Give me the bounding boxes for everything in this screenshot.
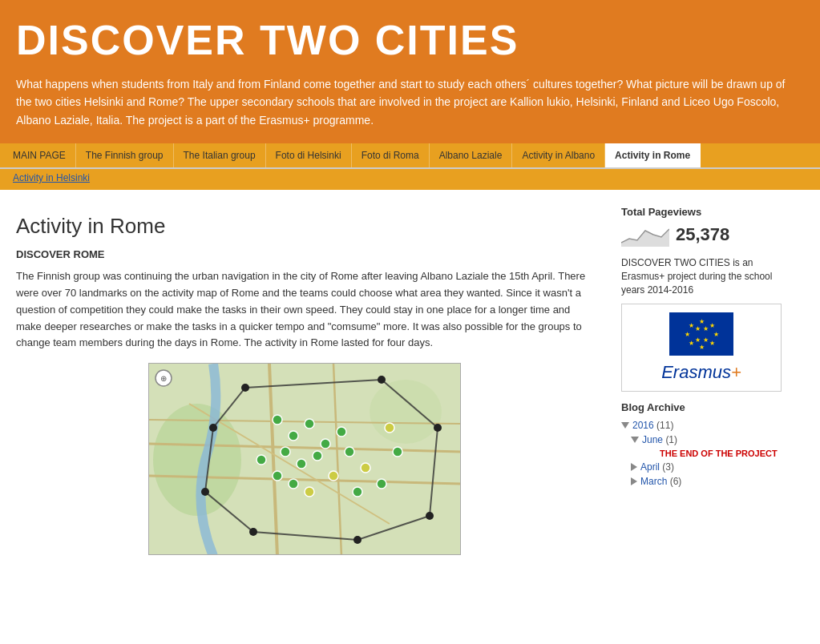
svg-point-24: [257, 455, 266, 465]
svg-point-30: [378, 376, 386, 384]
svg-point-34: [249, 528, 257, 536]
archive-april-count: (3): [662, 461, 674, 473]
svg-point-12: [305, 419, 314, 429]
svg-text:★: ★: [689, 340, 694, 347]
svg-point-13: [321, 439, 330, 449]
nav-row2: Activity in Helsinki: [0, 169, 820, 190]
content-body: The Finnish group was continuing the urb…: [16, 268, 593, 352]
svg-point-14: [337, 427, 346, 437]
content-area: Activity in Rome DISCOVER ROME The Finni…: [0, 198, 609, 579]
map-background: ⊕: [149, 364, 460, 554]
svg-point-10: [273, 415, 282, 425]
main-layout: Activity in Rome DISCOVER ROME The Finni…: [0, 190, 820, 587]
site-title: DISCOVER TWO CITIES: [16, 16, 804, 64]
nav-foto-roma[interactable]: Foto di Roma: [352, 143, 430, 167]
archive-post-link[interactable]: THE END OF THE PROJECT: [640, 447, 782, 460]
archive-year-link[interactable]: 2016: [632, 420, 654, 431]
svg-text:★: ★: [713, 331, 719, 338]
erasmus-box: ★ ★ ★ ★ ★ ★ ★ ★ ★ ★ ★ ★ Erasmus+: [621, 304, 782, 392]
archive-june-count: (1): [665, 434, 677, 445]
svg-text:★: ★: [699, 344, 705, 351]
svg-marker-39: [621, 229, 669, 247]
page-title: Activity in Rome: [16, 214, 593, 239]
svg-point-16: [297, 459, 306, 469]
svg-point-18: [345, 447, 354, 457]
archive-month-march[interactable]: March (6): [621, 474, 782, 489]
pageviews-row: 25,378: [621, 223, 782, 247]
nav-activity-helsinki[interactable]: Activity in Helsinki: [3, 169, 99, 187]
nav-finnish-group[interactable]: The Finnish group: [76, 143, 174, 167]
svg-point-35: [201, 488, 209, 496]
svg-text:★: ★: [689, 322, 694, 329]
svg-text:★: ★: [695, 325, 701, 332]
triangle-down-icon: [621, 422, 629, 429]
svg-text:★: ★: [703, 336, 709, 344]
map-svg: ⊕: [149, 364, 461, 555]
nav-activity-albano[interactable]: Activity in Albano: [512, 143, 605, 167]
sidebar: Total Pageviews 25,378 DISCOVER TWO CITI…: [609, 198, 794, 579]
nav-main-page[interactable]: MAIN PAGE: [3, 143, 76, 167]
archive-june-post: THE END OF THE PROJECT: [621, 447, 782, 460]
eu-flag-svg: ★ ★ ★ ★ ★ ★ ★ ★ ★ ★ ★ ★: [669, 312, 733, 356]
svg-text:★: ★: [695, 336, 701, 344]
svg-text:★: ★: [703, 325, 709, 332]
svg-point-11: [289, 431, 298, 441]
svg-text:⊕: ⊕: [160, 374, 167, 383]
pageviews-label: Total Pageviews: [621, 206, 782, 218]
svg-point-17: [313, 451, 322, 461]
archive-march-count: (6): [670, 476, 682, 487]
svg-text:★: ★: [709, 322, 715, 329]
svg-point-23: [273, 471, 282, 481]
archive-year-2016[interactable]: 2016 (11): [621, 418, 782, 433]
svg-point-26: [377, 479, 386, 489]
archive-month-june[interactable]: June (1): [621, 433, 782, 447]
nav-bar: MAIN PAGE The Finnish group The Italian …: [0, 143, 820, 169]
erasmus-note: DISCOVER TWO CITIES is an Erasmus+ proje…: [621, 256, 782, 296]
archive-april-link[interactable]: April: [640, 461, 660, 473]
header: DISCOVER TWO CITIES What happens when st…: [0, 0, 820, 143]
section-heading: DISCOVER ROME: [16, 248, 593, 260]
nav-italian-group[interactable]: The Italian group: [174, 143, 266, 167]
svg-point-19: [361, 463, 370, 473]
archive-month-april[interactable]: April (3): [621, 460, 782, 474]
svg-text:★: ★: [685, 331, 690, 338]
nav-albano-laziale[interactable]: Albano Laziale: [430, 143, 513, 167]
svg-point-2: [370, 380, 442, 444]
erasmus-brand: Erasmus+: [630, 362, 773, 383]
eu-flag: ★ ★ ★ ★ ★ ★ ★ ★ ★ ★ ★ ★: [669, 312, 733, 356]
svg-point-21: [289, 479, 298, 489]
svg-point-29: [241, 384, 249, 392]
triangle-right-icon-april: [631, 463, 637, 471]
svg-point-28: [385, 423, 394, 433]
archive-june-link[interactable]: June: [642, 434, 663, 445]
svg-point-33: [353, 536, 362, 544]
svg-point-27: [393, 447, 402, 457]
pageviews-chart: [621, 223, 669, 247]
svg-point-20: [329, 471, 338, 481]
svg-point-15: [281, 447, 290, 457]
triangle-down-icon-june: [631, 437, 639, 443]
svg-text:★: ★: [709, 340, 715, 347]
pageviews-count: 25,378: [676, 224, 729, 245]
blog-archive-title: Blog Archive: [621, 401, 782, 413]
svg-point-32: [426, 512, 434, 520]
header-description: What happens when students from Italy an…: [16, 75, 786, 129]
archive-year-count: (11): [656, 420, 673, 431]
nav-foto-helsinki[interactable]: Foto di Helsinki: [266, 143, 352, 167]
svg-point-31: [434, 424, 442, 432]
triangle-right-icon-march: [631, 477, 637, 485]
svg-point-25: [353, 487, 362, 497]
nav-activity-rome[interactable]: Activity in Rome: [605, 143, 701, 167]
archive-march-link[interactable]: March: [640, 476, 667, 487]
svg-point-36: [209, 424, 217, 432]
svg-text:★: ★: [699, 318, 705, 325]
svg-point-22: [305, 487, 314, 497]
map-container: ⊕: [148, 363, 461, 555]
